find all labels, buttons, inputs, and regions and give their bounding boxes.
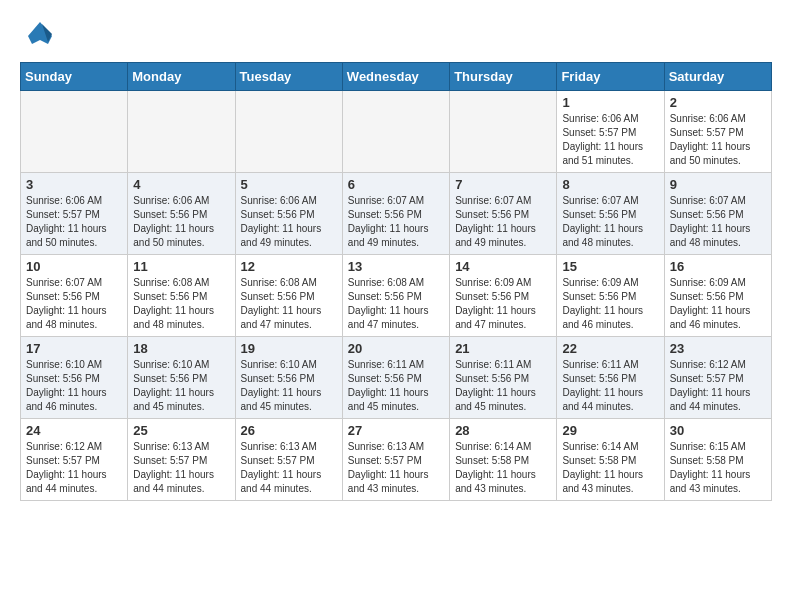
- day-info: Sunrise: 6:08 AM Sunset: 5:56 PM Dayligh…: [133, 276, 229, 332]
- day-number: 22: [562, 341, 658, 356]
- calendar-body: 1Sunrise: 6:06 AM Sunset: 5:57 PM Daylig…: [21, 91, 772, 501]
- day-number: 14: [455, 259, 551, 274]
- day-info: Sunrise: 6:15 AM Sunset: 5:58 PM Dayligh…: [670, 440, 766, 496]
- calendar-cell: 27Sunrise: 6:13 AM Sunset: 5:57 PM Dayli…: [342, 419, 449, 501]
- calendar-cell: 30Sunrise: 6:15 AM Sunset: 5:58 PM Dayli…: [664, 419, 771, 501]
- day-info: Sunrise: 6:07 AM Sunset: 5:56 PM Dayligh…: [26, 276, 122, 332]
- calendar-cell: 17Sunrise: 6:10 AM Sunset: 5:56 PM Dayli…: [21, 337, 128, 419]
- calendar-cell: 28Sunrise: 6:14 AM Sunset: 5:58 PM Dayli…: [450, 419, 557, 501]
- day-info: Sunrise: 6:14 AM Sunset: 5:58 PM Dayligh…: [562, 440, 658, 496]
- day-number: 25: [133, 423, 229, 438]
- day-number: 26: [241, 423, 337, 438]
- weekday-header-monday: Monday: [128, 63, 235, 91]
- calendar-cell: [342, 91, 449, 173]
- calendar-cell: 29Sunrise: 6:14 AM Sunset: 5:58 PM Dayli…: [557, 419, 664, 501]
- day-info: Sunrise: 6:07 AM Sunset: 5:56 PM Dayligh…: [348, 194, 444, 250]
- day-number: 24: [26, 423, 122, 438]
- calendar-week-0: 1Sunrise: 6:06 AM Sunset: 5:57 PM Daylig…: [21, 91, 772, 173]
- calendar-cell: 2Sunrise: 6:06 AM Sunset: 5:57 PM Daylig…: [664, 91, 771, 173]
- day-info: Sunrise: 6:06 AM Sunset: 5:56 PM Dayligh…: [241, 194, 337, 250]
- day-number: 10: [26, 259, 122, 274]
- calendar-cell: 26Sunrise: 6:13 AM Sunset: 5:57 PM Dayli…: [235, 419, 342, 501]
- calendar-cell: [450, 91, 557, 173]
- day-info: Sunrise: 6:13 AM Sunset: 5:57 PM Dayligh…: [241, 440, 337, 496]
- day-number: 13: [348, 259, 444, 274]
- day-info: Sunrise: 6:11 AM Sunset: 5:56 PM Dayligh…: [348, 358, 444, 414]
- day-number: 2: [670, 95, 766, 110]
- day-info: Sunrise: 6:12 AM Sunset: 5:57 PM Dayligh…: [670, 358, 766, 414]
- day-number: 28: [455, 423, 551, 438]
- calendar-cell: 5Sunrise: 6:06 AM Sunset: 5:56 PM Daylig…: [235, 173, 342, 255]
- day-info: Sunrise: 6:08 AM Sunset: 5:56 PM Dayligh…: [241, 276, 337, 332]
- weekday-header-sunday: Sunday: [21, 63, 128, 91]
- calendar-week-1: 3Sunrise: 6:06 AM Sunset: 5:57 PM Daylig…: [21, 173, 772, 255]
- day-info: Sunrise: 6:11 AM Sunset: 5:56 PM Dayligh…: [455, 358, 551, 414]
- calendar-cell: [21, 91, 128, 173]
- calendar-cell: 20Sunrise: 6:11 AM Sunset: 5:56 PM Dayli…: [342, 337, 449, 419]
- day-info: Sunrise: 6:11 AM Sunset: 5:56 PM Dayligh…: [562, 358, 658, 414]
- day-number: 18: [133, 341, 229, 356]
- day-number: 20: [348, 341, 444, 356]
- calendar-cell: 18Sunrise: 6:10 AM Sunset: 5:56 PM Dayli…: [128, 337, 235, 419]
- calendar-cell: 8Sunrise: 6:07 AM Sunset: 5:56 PM Daylig…: [557, 173, 664, 255]
- day-info: Sunrise: 6:07 AM Sunset: 5:56 PM Dayligh…: [562, 194, 658, 250]
- calendar-week-2: 10Sunrise: 6:07 AM Sunset: 5:56 PM Dayli…: [21, 255, 772, 337]
- day-info: Sunrise: 6:10 AM Sunset: 5:56 PM Dayligh…: [26, 358, 122, 414]
- day-info: Sunrise: 6:09 AM Sunset: 5:56 PM Dayligh…: [455, 276, 551, 332]
- day-info: Sunrise: 6:08 AM Sunset: 5:56 PM Dayligh…: [348, 276, 444, 332]
- day-info: Sunrise: 6:06 AM Sunset: 5:57 PM Dayligh…: [562, 112, 658, 168]
- logo: [20, 16, 60, 52]
- day-number: 3: [26, 177, 122, 192]
- day-info: Sunrise: 6:10 AM Sunset: 5:56 PM Dayligh…: [241, 358, 337, 414]
- calendar-cell: 11Sunrise: 6:08 AM Sunset: 5:56 PM Dayli…: [128, 255, 235, 337]
- day-number: 19: [241, 341, 337, 356]
- day-info: Sunrise: 6:07 AM Sunset: 5:56 PM Dayligh…: [670, 194, 766, 250]
- day-number: 7: [455, 177, 551, 192]
- day-info: Sunrise: 6:06 AM Sunset: 5:56 PM Dayligh…: [133, 194, 229, 250]
- day-number: 30: [670, 423, 766, 438]
- calendar-cell: 25Sunrise: 6:13 AM Sunset: 5:57 PM Dayli…: [128, 419, 235, 501]
- day-info: Sunrise: 6:06 AM Sunset: 5:57 PM Dayligh…: [26, 194, 122, 250]
- day-number: 23: [670, 341, 766, 356]
- calendar-header: SundayMondayTuesdayWednesdayThursdayFrid…: [21, 63, 772, 91]
- page-container: SundayMondayTuesdayWednesdayThursdayFrid…: [0, 0, 792, 511]
- calendar-table: SundayMondayTuesdayWednesdayThursdayFrid…: [20, 62, 772, 501]
- day-number: 16: [670, 259, 766, 274]
- calendar-cell: 1Sunrise: 6:06 AM Sunset: 5:57 PM Daylig…: [557, 91, 664, 173]
- day-number: 29: [562, 423, 658, 438]
- weekday-header-wednesday: Wednesday: [342, 63, 449, 91]
- calendar-cell: 24Sunrise: 6:12 AM Sunset: 5:57 PM Dayli…: [21, 419, 128, 501]
- day-number: 11: [133, 259, 229, 274]
- calendar-cell: 12Sunrise: 6:08 AM Sunset: 5:56 PM Dayli…: [235, 255, 342, 337]
- day-info: Sunrise: 6:14 AM Sunset: 5:58 PM Dayligh…: [455, 440, 551, 496]
- day-number: 8: [562, 177, 658, 192]
- calendar-cell: 16Sunrise: 6:09 AM Sunset: 5:56 PM Dayli…: [664, 255, 771, 337]
- calendar-cell: 15Sunrise: 6:09 AM Sunset: 5:56 PM Dayli…: [557, 255, 664, 337]
- day-info: Sunrise: 6:10 AM Sunset: 5:56 PM Dayligh…: [133, 358, 229, 414]
- day-info: Sunrise: 6:13 AM Sunset: 5:57 PM Dayligh…: [348, 440, 444, 496]
- day-number: 4: [133, 177, 229, 192]
- day-info: Sunrise: 6:09 AM Sunset: 5:56 PM Dayligh…: [562, 276, 658, 332]
- day-number: 27: [348, 423, 444, 438]
- day-info: Sunrise: 6:06 AM Sunset: 5:57 PM Dayligh…: [670, 112, 766, 168]
- weekday-header-thursday: Thursday: [450, 63, 557, 91]
- day-number: 1: [562, 95, 658, 110]
- day-number: 5: [241, 177, 337, 192]
- calendar-cell: 23Sunrise: 6:12 AM Sunset: 5:57 PM Dayli…: [664, 337, 771, 419]
- day-number: 21: [455, 341, 551, 356]
- day-number: 12: [241, 259, 337, 274]
- calendar-cell: 4Sunrise: 6:06 AM Sunset: 5:56 PM Daylig…: [128, 173, 235, 255]
- calendar-cell: 21Sunrise: 6:11 AM Sunset: 5:56 PM Dayli…: [450, 337, 557, 419]
- day-info: Sunrise: 6:09 AM Sunset: 5:56 PM Dayligh…: [670, 276, 766, 332]
- calendar-cell: 14Sunrise: 6:09 AM Sunset: 5:56 PM Dayli…: [450, 255, 557, 337]
- calendar-cell: 6Sunrise: 6:07 AM Sunset: 5:56 PM Daylig…: [342, 173, 449, 255]
- calendar-cell: 9Sunrise: 6:07 AM Sunset: 5:56 PM Daylig…: [664, 173, 771, 255]
- day-info: Sunrise: 6:13 AM Sunset: 5:57 PM Dayligh…: [133, 440, 229, 496]
- weekday-header-friday: Friday: [557, 63, 664, 91]
- logo-icon: [20, 16, 56, 52]
- calendar-cell: 3Sunrise: 6:06 AM Sunset: 5:57 PM Daylig…: [21, 173, 128, 255]
- calendar-cell: 19Sunrise: 6:10 AM Sunset: 5:56 PM Dayli…: [235, 337, 342, 419]
- day-number: 9: [670, 177, 766, 192]
- day-info: Sunrise: 6:07 AM Sunset: 5:56 PM Dayligh…: [455, 194, 551, 250]
- header: [0, 0, 792, 62]
